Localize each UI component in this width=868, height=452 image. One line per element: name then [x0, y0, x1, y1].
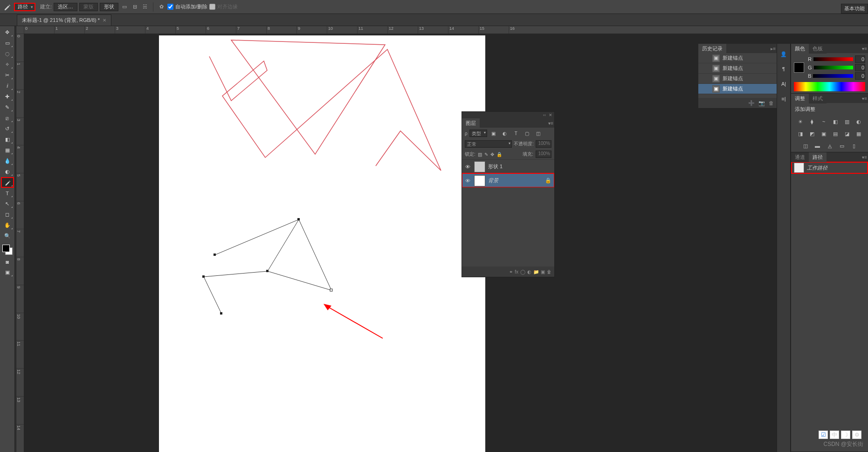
bw-icon[interactable]: ◨ [796, 130, 805, 138]
r-input[interactable]: 0 [855, 55, 865, 63]
channelmixer-icon[interactable]: ▣ [819, 130, 828, 138]
ruler-corner[interactable] [16, 26, 24, 34]
panel-menu-icon[interactable]: ▾≡ [548, 121, 553, 126]
layer-list[interactable]: 👁形状 1👁背景🔒 [462, 159, 554, 187]
workpath-item[interactable]: 工作路径 [791, 162, 868, 174]
pen-tool[interactable] [1, 178, 14, 187]
history-item[interactable]: ▣新建锚点 [698, 84, 777, 94]
lock-trans-icon[interactable]: ▨ [478, 152, 482, 157]
layer-item[interactable]: 👁背景🔒 [462, 173, 554, 187]
mask-icon[interactable]: ◯ [520, 269, 525, 274]
blur-tool[interactable]: 💧 [1, 156, 14, 166]
layer-item[interactable]: 👁形状 1 [462, 159, 554, 173]
float-titlebar[interactable]: ‹‹✕ [462, 112, 554, 118]
filter-shape-icon[interactable]: ▢ [523, 129, 532, 137]
r-slider[interactable] [813, 57, 853, 61]
invert-icon[interactable]: ◪ [843, 130, 852, 138]
fx-icon[interactable]: fx [515, 269, 518, 274]
eyedropper-tool[interactable]: ⅈ [1, 81, 14, 91]
close-icon[interactable]: ✕ [103, 18, 106, 23]
color-swatches[interactable] [1, 244, 14, 256]
filter-adj-icon[interactable]: ◐ [500, 129, 510, 137]
brightness-icon[interactable]: ☀ [796, 117, 805, 126]
auto-add-checkbox[interactable]: 自动添加/删除 [167, 3, 207, 10]
move-tool[interactable]: ✥ [1, 27, 14, 37]
lasso-tool[interactable]: ◌ [1, 49, 14, 59]
new-layer-icon[interactable]: ▣ [541, 269, 545, 274]
shape-tool[interactable]: ◻ [1, 210, 14, 219]
panel-menu-icon[interactable]: ▸≡ [771, 46, 776, 51]
basic-fn-button[interactable]: 基本功能 [841, 4, 868, 14]
lock-pixel-icon[interactable]: ✎ [484, 152, 488, 157]
trash-icon[interactable]: 🗑 [547, 269, 551, 274]
collapse-icon[interactable]: ‹‹ [543, 113, 546, 117]
filter-pixel-icon[interactable]: ▣ [489, 129, 498, 137]
ruler-vertical[interactable]: 01234567891011121314 [16, 34, 24, 452]
zoom-tool[interactable]: 🔍 [1, 231, 14, 241]
panel-menu-icon[interactable]: ▾≡ [862, 96, 867, 101]
snapshot-icon[interactable]: 📷 [758, 100, 765, 106]
para-panel-icon[interactable]: ¶ [779, 64, 788, 74]
group-icon[interactable]: 📁 [533, 269, 539, 274]
hue-icon[interactable]: ◐ [854, 117, 863, 126]
close-icon[interactable]: ✕ [549, 113, 552, 117]
charstyle-panel-icon[interactable]: A| [779, 79, 788, 89]
color-ramp[interactable] [794, 82, 865, 91]
gradmap-icon[interactable]: ▬ [813, 142, 822, 150]
selcolor-icon[interactable]: ◬ [825, 142, 834, 150]
shape-button[interactable]: 形状 [100, 3, 118, 11]
panel-menu-icon[interactable]: ▾≡ [862, 155, 867, 160]
history-item[interactable]: ▣新建锚点 [698, 74, 777, 84]
path-arrange-icon[interactable]: ☵ [141, 3, 149, 11]
g-slider[interactable] [814, 66, 853, 69]
blend-mode-select[interactable]: 正常 [465, 140, 512, 148]
adj4-icon[interactable]: ▭ [837, 142, 847, 150]
b-slider[interactable] [813, 74, 853, 78]
vibrance-icon[interactable]: ▥ [843, 117, 852, 126]
levels-icon[interactable]: ⧫ [807, 117, 816, 126]
layers-tab[interactable]: 图层 [462, 118, 480, 128]
filter-type-icon[interactable]: T [511, 129, 521, 137]
fill-input[interactable]: 100% [536, 151, 551, 158]
new-doc-icon[interactable]: ➕ [748, 100, 755, 106]
styles-tab[interactable]: 样式 [809, 94, 827, 103]
path-op1-icon[interactable]: ▭ [120, 3, 129, 11]
lock-pos-icon[interactable]: ✥ [490, 152, 494, 157]
screenmode-tool[interactable]: ▣ [1, 267, 14, 277]
pick-mode-dropdown[interactable]: 路径 [14, 3, 35, 11]
swatches-tab[interactable]: 色板 [809, 44, 827, 54]
adj-layer-icon[interactable]: ◐ [527, 269, 531, 274]
history-brush-tool[interactable]: ↺ [1, 124, 14, 134]
gradient-tool[interactable]: ▦ [1, 145, 14, 155]
path-select-tool[interactable]: ↖ [1, 199, 14, 209]
heal-tool[interactable]: ✚ [1, 92, 14, 102]
g-input[interactable]: 0 [855, 64, 865, 71]
marquee-tool[interactable]: ▭ [1, 38, 14, 48]
photofilter-icon[interactable]: ◩ [807, 130, 816, 138]
b-input[interactable]: 0 [855, 72, 865, 80]
current-tool-icon[interactable] [2, 2, 12, 12]
ruler-horizontal[interactable]: 012345678910111213141516 [24, 26, 868, 34]
document-canvas[interactable] [159, 35, 485, 452]
threshold-icon[interactable]: ◫ [801, 142, 810, 150]
gear-icon[interactable]: ✿ [157, 3, 165, 11]
document-tab[interactable]: 未标题-1 @ 211% (背景, RGB/8) * ✕ [17, 14, 111, 26]
hand-tool[interactable]: ✋ [1, 220, 14, 230]
history-item[interactable]: ▣新建锚点 [698, 53, 777, 63]
filter-smart-icon[interactable]: ◫ [534, 129, 543, 137]
wand-tool[interactable]: ✧ [1, 60, 14, 69]
opacity-input[interactable]: 100% [536, 140, 551, 148]
crop-tool[interactable]: ✂ [1, 70, 14, 80]
parastyle-panel-icon[interactable]: ≡| [779, 94, 788, 103]
quickmask-tool[interactable]: ◙ [1, 257, 14, 267]
history-tab[interactable]: 历史记录 [698, 44, 726, 54]
history-list[interactable]: ▣新建锚点▣新建锚点▣新建锚点▣新建锚点 [698, 53, 777, 98]
foreground-swatch[interactable] [2, 245, 10, 252]
panel-menu-icon[interactable]: ▾≡ [862, 46, 867, 51]
channels-tab[interactable]: 通道 [791, 152, 809, 162]
rgb-swatch[interactable] [794, 62, 804, 73]
adjustments-tab[interactable]: 调整 [791, 94, 809, 103]
color-tab[interactable]: 颜色 [791, 44, 809, 54]
selection-button[interactable]: 选区… [54, 3, 77, 11]
curves-icon[interactable]: ~ [819, 117, 828, 126]
